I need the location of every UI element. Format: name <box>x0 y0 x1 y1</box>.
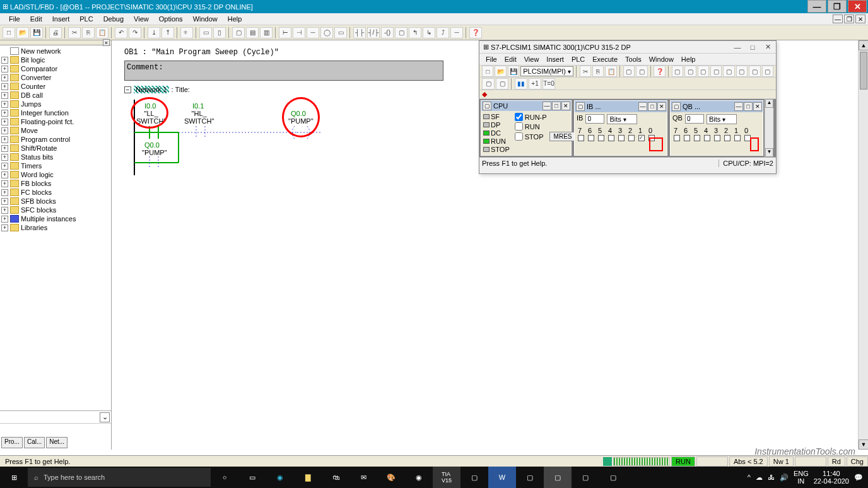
word-icon[interactable]: W <box>488 467 516 488</box>
sim-v7[interactable]: ▢ <box>749 66 760 77</box>
bit-6[interactable] <box>684 135 690 141</box>
tree-item-multiple-instances[interactable]: +Multiple instances <box>1 214 110 223</box>
sim-v2[interactable]: ▢ <box>684 66 696 77</box>
network-collapse[interactable]: − <box>124 86 131 93</box>
mres-button[interactable]: MRES <box>549 132 577 141</box>
tool-b2[interactable]: ↳ <box>423 27 435 38</box>
bit-0[interactable] <box>648 135 655 141</box>
tray-time[interactable]: 11:40 <box>823 470 840 477</box>
sim-t5[interactable]: ▢ <box>636 66 647 77</box>
comment-box[interactable]: Comment: <box>124 61 443 81</box>
tree-item-new-network[interactable]: +New network <box>1 47 110 55</box>
tool-lad4[interactable]: ◯ <box>320 27 333 38</box>
sim-menu-tools[interactable]: Tools <box>621 55 645 63</box>
tray-up-icon[interactable]: ^ <box>748 473 751 481</box>
tool-w3[interactable]: ▥ <box>260 27 273 38</box>
sim-t1[interactable]: ✂ <box>580 66 591 77</box>
sim-v1[interactable]: ▢ <box>672 66 683 77</box>
ib-value[interactable] <box>585 114 604 124</box>
bit-7[interactable] <box>578 135 584 141</box>
sim-minimize[interactable]: — <box>733 43 742 52</box>
tree-item-timers[interactable]: +Timers <box>1 161 110 170</box>
sim-close[interactable]: ✕ <box>763 43 772 52</box>
tool-cut[interactable]: ✂ <box>68 27 81 38</box>
tray-onedrive-icon[interactable]: ☁ <box>756 473 763 482</box>
app1-icon[interactable]: ▢ <box>460 467 488 488</box>
menu-options[interactable]: Options <box>154 15 188 23</box>
menu-file[interactable]: File <box>4 15 25 23</box>
menu-window[interactable]: Window <box>188 15 223 23</box>
tree-item-shift-rotate[interactable]: +Shift/Rotate <box>1 144 110 153</box>
tool-w1[interactable]: ▢ <box>232 27 245 38</box>
ladder-editor[interactable]: OB1 : "Main Program Sweep (Cycle)" Comme… <box>112 40 868 450</box>
app2-icon[interactable]: ▢ <box>516 467 544 488</box>
plcsim-window[interactable]: ⊞ S7-PLCSIM1 SIMATIC 300(1)\CPU 315-2 DP… <box>479 40 777 174</box>
tool-c2[interactable]: ┤/├ <box>367 27 380 38</box>
simatic-icon[interactable]: ▢ <box>544 467 572 488</box>
qb-value[interactable] <box>685 114 704 124</box>
sim-new[interactable]: □ <box>482 66 493 77</box>
sim-menu-edit[interactable]: Edit <box>501 55 520 63</box>
sim-v5[interactable]: ▢ <box>723 66 734 77</box>
mdi-minimize[interactable]: — <box>833 15 843 23</box>
tia-icon[interactable]: TIAV15 <box>433 467 460 488</box>
sim-menu-execute[interactable]: Execute <box>589 55 621 63</box>
app3-icon[interactable]: ▢ <box>572 467 599 488</box>
tree-item-bit-logic[interactable]: +Bit logic <box>1 55 110 64</box>
sim-menu-view[interactable]: View <box>520 55 543 63</box>
tool-b4[interactable]: ─ <box>450 27 463 38</box>
sim-menu-plc[interactable]: PLC <box>568 55 589 63</box>
plcsim-icon[interactable]: ▢ <box>599 467 627 488</box>
bit-1[interactable] <box>638 135 645 141</box>
tool-lad3[interactable]: ─ <box>307 27 319 38</box>
sim-save[interactable]: 💾 <box>508 66 519 77</box>
tool-new[interactable]: □ <box>3 27 15 38</box>
taskview-icon[interactable]: ▭ <box>238 467 266 488</box>
tool-print[interactable]: 🖨 <box>49 27 62 38</box>
tool-c1[interactable]: ┤├ <box>353 27 366 38</box>
tree-options[interactable]: ⌄ <box>100 412 110 422</box>
tree-item-program-control[interactable]: +Program control <box>1 135 110 144</box>
tool-undo[interactable]: ↶ <box>115 27 127 38</box>
tray-net-icon[interactable]: 🖧 <box>768 473 775 481</box>
sim-menu-window[interactable]: Window <box>645 55 677 63</box>
bit-4[interactable] <box>608 135 614 141</box>
tab-cal[interactable]: Cal... <box>24 437 45 448</box>
tray-notif-icon[interactable]: 💬 <box>854 473 863 482</box>
sim-open[interactable]: 📂 <box>495 66 506 77</box>
tool-help[interactable]: ❓ <box>469 27 482 38</box>
sim-reset[interactable]: T=0 <box>542 78 555 90</box>
sim-menu-insert[interactable]: Insert <box>542 55 568 63</box>
tree-item-floating-point-fct-[interactable]: +Floating-point fct. <box>1 117 110 126</box>
tool-c3[interactable]: -() <box>381 27 394 38</box>
sim-menu-help[interactable]: Help <box>677 55 700 63</box>
search-box[interactable]: ⌕ Type here to search <box>28 468 211 487</box>
runp-radio[interactable]: RUN-P <box>515 113 577 121</box>
element-tree[interactable]: +New network+Bit logic+Comparator+Conver… <box>0 45 111 410</box>
tool-split2[interactable]: ▯ <box>213 27 226 38</box>
minimize-button[interactable]: — <box>807 0 826 13</box>
sim-t3[interactable]: 📋 <box>605 66 616 77</box>
tree-item-libraries[interactable]: +Libraries <box>1 223 110 232</box>
menu-debug[interactable]: Debug <box>98 15 129 23</box>
sim-v4[interactable]: ▢ <box>710 66 722 77</box>
tool-c4[interactable]: ▢ <box>395 27 408 38</box>
sim-v6[interactable]: ▢ <box>736 66 748 77</box>
tree-item-converter[interactable]: +Converter <box>1 73 110 82</box>
tree-item-sfc-blocks[interactable]: +SFC blocks <box>1 206 110 214</box>
tool-lad2[interactable]: ⊣ <box>293 27 305 38</box>
bit-4[interactable] <box>704 135 710 141</box>
bit-0[interactable] <box>744 135 751 141</box>
tool-download[interactable]: ⤓ <box>148 27 160 38</box>
close-button[interactable]: ✕ <box>848 0 867 13</box>
sim-step[interactable]: +1 <box>529 78 541 90</box>
ib-cls[interactable]: ✕ <box>657 102 666 111</box>
tool-lad5[interactable]: ▭ <box>334 27 347 38</box>
tray-lang1[interactable]: ENG <box>794 470 809 477</box>
sim-help[interactable]: ❓ <box>654 66 665 77</box>
tree-item-jumps[interactable]: +Jumps <box>1 100 110 108</box>
store-icon[interactable]: 🛍 <box>322 467 349 488</box>
cortana-icon[interactable]: ○ <box>211 467 238 488</box>
menu-help[interactable]: Help <box>223 15 247 23</box>
ib-format[interactable]: Bits ▾ <box>607 114 637 124</box>
